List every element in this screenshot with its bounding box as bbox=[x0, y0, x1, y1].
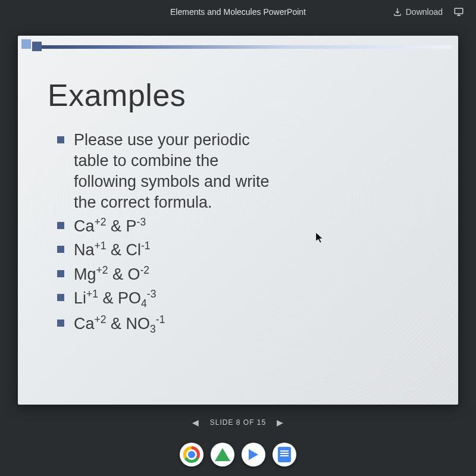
drive-icon[interactable] bbox=[211, 443, 234, 466]
bullet-item: Please use your periodic table to combin… bbox=[57, 130, 271, 213]
play-store-icon[interactable] bbox=[242, 443, 265, 466]
top-bar-actions: Download bbox=[393, 7, 464, 17]
slide-corner-decoration bbox=[21, 39, 42, 51]
bullet-item: Na+1 & Cl-1 bbox=[57, 239, 271, 261]
svg-rect-0 bbox=[455, 8, 463, 14]
next-slide-button[interactable]: ▶ bbox=[277, 418, 284, 427]
bullet-item: Ca+2 & NO3-1 bbox=[57, 313, 271, 336]
bullet-item: Mg+2 & O-2 bbox=[57, 264, 271, 285]
download-label: Download bbox=[406, 7, 443, 17]
document-title: Elements and Molecules PowerPoint bbox=[170, 7, 306, 17]
slide-counter: SLIDE 8 OF 15 bbox=[210, 418, 266, 427]
slide-content: Examples Please use your periodic table … bbox=[18, 36, 458, 350]
chrome-icon[interactable] bbox=[180, 443, 203, 466]
bullet-item: Ca+2 & P-3 bbox=[57, 215, 271, 237]
slide-bullet-list: Please use your periodic table to combin… bbox=[57, 130, 271, 336]
viewer-top-bar: Elements and Molecules PowerPoint Downlo… bbox=[0, 0, 476, 24]
download-button[interactable]: Download bbox=[393, 7, 443, 17]
slide-title: Examples bbox=[48, 77, 434, 113]
bullet-item: Li+1 & PO4-3 bbox=[57, 287, 271, 311]
slide-navigator: ◀ SLIDE 8 OF 15 ▶ bbox=[0, 418, 476, 427]
prev-slide-button[interactable]: ◀ bbox=[192, 418, 199, 427]
mouse-cursor-icon bbox=[315, 232, 325, 247]
slide-canvas: Examples Please use your periodic table … bbox=[18, 36, 458, 405]
docs-icon[interactable] bbox=[273, 443, 296, 466]
present-icon[interactable] bbox=[453, 7, 464, 17]
slide-title-rule bbox=[42, 45, 452, 49]
os-taskbar bbox=[0, 443, 476, 466]
download-icon bbox=[393, 7, 402, 17]
